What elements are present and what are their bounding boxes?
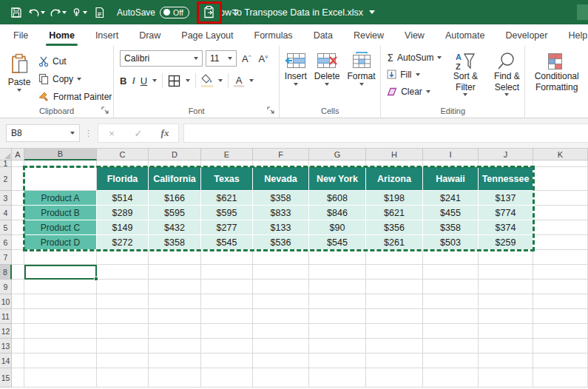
cell-J5[interactable]: $374 [479,220,533,235]
cell-B12[interactable] [24,324,97,339]
fill-color-button[interactable] [201,74,213,87]
cell-C6[interactable]: $272 [97,235,149,250]
cell-F14[interactable] [253,354,309,368]
cell-D15[interactable] [149,368,201,388]
column-header-J[interactable]: J [479,149,533,160]
cell-J3[interactable]: $137 [479,191,533,206]
cell-G6[interactable]: $545 [309,235,366,250]
cell-B13[interactable] [24,339,97,354]
cell-B1[interactable] [24,160,97,167]
cell-K13[interactable] [533,339,588,354]
cell-E9[interactable] [201,280,253,294]
cell-K15[interactable] [533,368,588,388]
cell-H13[interactable] [366,339,423,354]
cell-I10[interactable] [423,294,479,309]
cell-K14[interactable] [533,354,588,368]
cell-I6[interactable]: $503 [423,235,479,250]
cell-E15[interactable] [201,368,253,388]
font-name-combobox[interactable]: Calibri [120,50,203,67]
cancel-button[interactable]: × [98,128,125,139]
row-header-12[interactable]: 12 [0,324,12,339]
cell-G4[interactable]: $846 [309,206,366,220]
cell-H15[interactable] [366,368,423,388]
cell-B4[interactable]: Product B [24,206,97,220]
cell-J14[interactable] [479,354,533,368]
cell-C8[interactable] [97,265,149,280]
cell-E7[interactable] [201,250,253,265]
cell-J9[interactable] [479,280,533,294]
cell-F9[interactable] [253,280,309,294]
conditional-formatting-button[interactable]: Conditional Formatting [528,52,586,93]
cell-D4[interactable]: $595 [149,206,201,220]
cell-H4[interactable]: $621 [366,206,423,220]
tab-data[interactable]: Data [303,24,343,46]
cell-D7[interactable] [149,250,201,265]
copy-dropdown-chevron-icon[interactable] [77,78,81,81]
cell-K7[interactable] [533,250,588,265]
cell-C5[interactable]: $149 [97,220,149,235]
cell-C9[interactable] [97,280,149,294]
cell-I12[interactable] [423,324,479,339]
cell-F11[interactable] [253,309,309,324]
cell-C1[interactable] [97,160,149,167]
tab-view[interactable]: View [394,24,435,46]
column-header-K[interactable]: K [533,149,588,160]
autosave-control[interactable]: AutoSave Off [117,7,189,18]
chevron-down-icon[interactable] [369,10,375,14]
tab-developer[interactable]: Developer [495,24,558,46]
cell-E3[interactable]: $621 [201,191,253,206]
row-header-2[interactable]: 2 [0,167,12,191]
cell-A6[interactable] [12,235,24,250]
cell-A2[interactable] [12,167,24,191]
cell-K5[interactable] [533,220,588,235]
cell-D12[interactable] [149,324,201,339]
cell-I1[interactable] [423,160,479,167]
cell-H1[interactable] [366,160,423,167]
row-header-10[interactable]: 10 [0,294,12,309]
redo-dropdown-chevron-icon[interactable] [62,11,67,14]
cell-D11[interactable] [149,309,201,324]
cell-F13[interactable] [253,339,309,354]
fill-button[interactable]: Fill [387,67,442,81]
cell-A9[interactable] [12,280,24,294]
row-header-15[interactable]: 15 [0,368,12,388]
cell-A12[interactable] [12,324,24,339]
cell-C14[interactable] [97,354,149,368]
cell-J12[interactable] [479,324,533,339]
row-header-1[interactable]: 1 [0,160,12,167]
row-header-4[interactable]: 4 [0,206,12,220]
cell-F6[interactable]: $536 [253,235,309,250]
cell-C11[interactable] [97,309,149,324]
column-header-B[interactable]: B [24,149,97,160]
cell-B5[interactable]: Product C [24,220,97,235]
cell-G8[interactable] [309,265,366,280]
cell-F5[interactable]: $133 [253,220,309,235]
cell-B11[interactable] [24,309,97,324]
grow-font-button[interactable]: A^ [240,53,253,64]
cell-A7[interactable] [12,250,24,265]
cell-F15[interactable] [253,368,309,388]
cell-K8[interactable] [533,265,588,280]
format-chevron-icon[interactable] [359,83,364,86]
cell-E11[interactable] [201,309,253,324]
row-header-11[interactable]: 11 [0,309,12,324]
cell-K4[interactable] [533,206,588,220]
borders-icon[interactable] [168,75,180,87]
cell-K10[interactable] [533,294,588,309]
formula-bar-drag-dots[interactable]: ⋮ [84,129,93,138]
cell-F7[interactable] [253,250,309,265]
cell-G11[interactable] [309,309,366,324]
redo-button[interactable] [48,3,68,22]
cell-J11[interactable] [479,309,533,324]
cell-G15[interactable] [309,368,366,388]
cell-I15[interactable] [423,368,479,388]
column-header-G[interactable]: G [309,149,366,160]
cell-H2[interactable]: Arizona [366,167,423,191]
cell-H12[interactable] [366,324,423,339]
qat-overflow-button[interactable] [226,3,244,22]
cell-D1[interactable] [149,160,201,167]
cell-D13[interactable] [149,339,201,354]
cell-B15[interactable] [24,368,97,388]
clear-chevron-icon[interactable] [426,90,430,93]
cell-A13[interactable] [12,339,24,354]
